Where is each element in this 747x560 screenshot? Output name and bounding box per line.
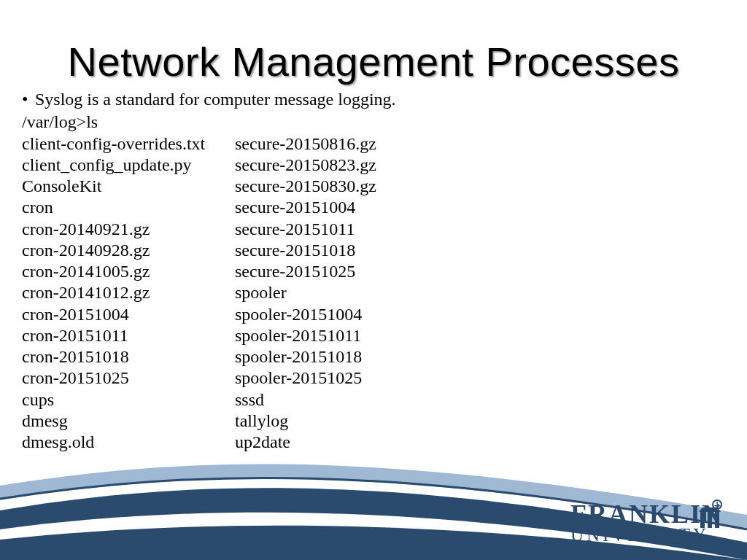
file-col1: client-config-overrides.txt	[22, 133, 235, 155]
table-row: cron-20140928.gzsecure-20151018	[22, 240, 376, 261]
file-col1: dmesg.old	[22, 432, 235, 453]
bullet-text: Syslog is a standard for computer messag…	[35, 89, 396, 110]
table-row: dmesg.oldup2date	[22, 432, 376, 453]
file-col2: spooler	[235, 282, 376, 303]
file-col2: spooler-20151004	[235, 304, 376, 325]
file-col1: cron	[22, 197, 235, 218]
franklin-logo: FRANKLIN UNIVERSITY	[570, 502, 722, 544]
file-col1: cron-20151018	[22, 346, 235, 368]
file-col2: spooler-20151025	[235, 368, 376, 389]
file-col2: spooler-20151011	[235, 325, 376, 346]
file-col1: cups	[22, 389, 235, 411]
file-col2: up2date	[235, 432, 376, 453]
table-row: cronsecure-20151004	[22, 197, 376, 218]
file-col1: cron-20140921.gz	[22, 219, 235, 240]
table-row: cron-20141012.gzspooler	[22, 282, 376, 303]
file-listing: client-config-overrides.txtsecure-201508…	[22, 133, 376, 454]
file-col1: cron-20151025	[22, 368, 235, 389]
file-col2: secure-20151018	[235, 240, 376, 261]
file-col1: ConsoleKit	[22, 176, 235, 197]
clocktower-icon	[694, 499, 724, 528]
table-row: client-config-overrides.txtsecure-201508…	[22, 133, 376, 155]
table-row: client_config_update.pysecure-20150823.g…	[22, 155, 376, 176]
slide-title: Network Management Processes	[0, 38, 747, 85]
file-col2: secure-20150830.gz	[235, 176, 376, 197]
table-row: cron-20151004spooler-20151004	[22, 304, 376, 325]
slide: Network Management Processes • Syslog is…	[0, 0, 747, 560]
slide-body: • Syslog is a standard for computer mess…	[22, 89, 576, 454]
table-row: cron-20141005.gzsecure-20151025	[22, 261, 376, 282]
file-col2: tallylog	[235, 411, 376, 432]
command-line: /var/log>ls	[22, 112, 576, 133]
file-col2: spooler-20151018	[235, 346, 376, 368]
table-row: cupssssd	[22, 389, 376, 411]
bullet-icon: •	[22, 89, 35, 110]
file-col1: dmesg	[22, 411, 235, 432]
bullet-line: • Syslog is a standard for computer mess…	[22, 89, 576, 110]
file-col2: secure-20150823.gz	[235, 155, 376, 176]
svg-rect-5	[715, 512, 719, 528]
table-row: cron-20151018spooler-20151018	[22, 346, 376, 368]
table-row: cron-20151025spooler-20151025	[22, 368, 376, 389]
file-col1: client_config_update.py	[22, 155, 235, 176]
file-col1: cron-20151011	[22, 325, 235, 346]
file-col1: cron-20141005.gz	[22, 261, 235, 282]
table-row: cron-20140921.gzsecure-20151011	[22, 219, 376, 240]
svg-rect-4	[708, 512, 712, 528]
file-col2: secure-20151025	[235, 261, 376, 282]
file-col2: secure-20151004	[235, 197, 376, 218]
svg-rect-3	[700, 512, 705, 528]
file-col1: cron-20140928.gz	[22, 240, 235, 261]
file-col2: secure-20150816.gz	[235, 133, 376, 155]
table-row: ConsoleKitsecure-20150830.gz	[22, 176, 376, 197]
table-row: dmesgtallylog	[22, 411, 376, 432]
file-col1: cron-20151004	[22, 304, 235, 325]
file-col2: sssd	[235, 389, 376, 411]
file-col1: cron-20141012.gz	[22, 282, 235, 303]
table-row: cron-20151011spooler-20151011	[22, 325, 376, 346]
logo-line2: UNIVERSITY	[570, 526, 722, 544]
file-col2: secure-20151011	[235, 219, 376, 240]
